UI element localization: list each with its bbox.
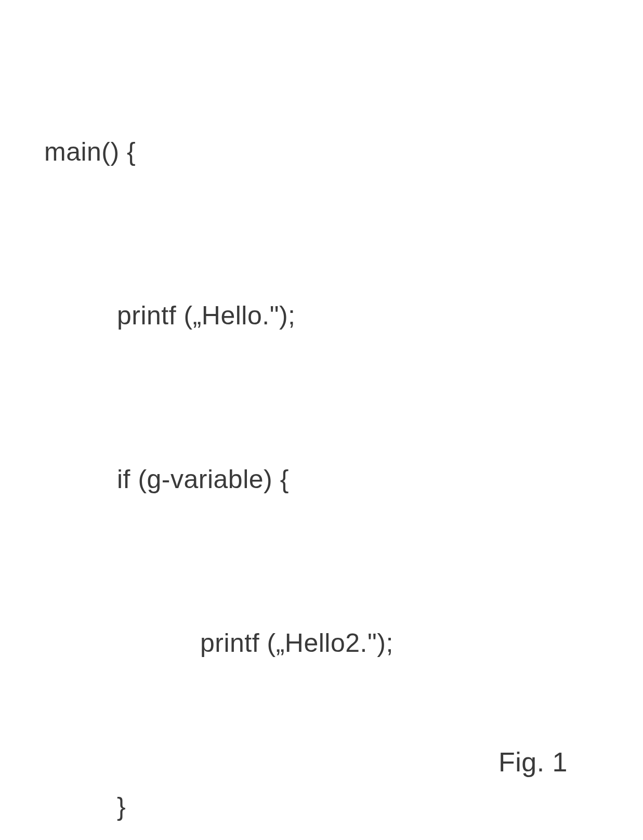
code-line-5: } <box>44 780 393 834</box>
figure-caption: Fig. 1 <box>498 746 568 778</box>
code-line-3: if (g-variable) { <box>44 452 393 507</box>
code-line-4: printf („Hello2."); <box>44 616 393 671</box>
code-listing: main() { printf („Hello."); if (g-variab… <box>44 16 393 840</box>
code-line-2: printf („Hello."); <box>44 288 393 343</box>
code-line-1: main() { <box>44 125 393 179</box>
